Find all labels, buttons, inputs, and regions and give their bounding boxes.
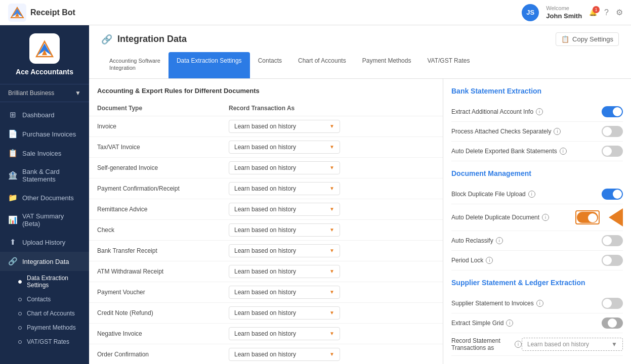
info-icon[interactable]: i — [536, 300, 543, 307]
record-dropdown[interactable]: Learn based on history ▼ — [229, 306, 340, 320]
record-dropdown[interactable]: Learn based on history ▼ — [229, 265, 340, 278]
dropdown-arrow-icon: ▼ — [611, 341, 617, 348]
info-icon[interactable]: i — [528, 191, 535, 198]
toggle[interactable] — [602, 255, 623, 266]
record-cell[interactable]: Learn based on history ▼ — [229, 120, 435, 133]
sidebar-item-purchase-invoices[interactable]: 📄 Purchase Invoices — [0, 124, 89, 144]
dropdown-value: Learn based on history — [234, 247, 296, 254]
tabs-row: Accounting SoftwareIntegration Data Extr… — [101, 52, 619, 78]
statement-transactions-dropdown[interactable]: Learn based on history ▼ — [522, 338, 623, 351]
bank-card-icon: 🏦 — [8, 171, 17, 180]
record-cell[interactable]: Learn based on history ▼ — [229, 265, 435, 278]
tab-chart-of-accounts[interactable]: Chart of Accounts — [290, 52, 354, 78]
sidebar-item-sale-invoices[interactable]: 📋 Sale Invoices — [0, 144, 89, 163]
record-dropdown[interactable]: Learn based on history ▼ — [229, 120, 340, 133]
sidebar-sub-vat-gst-rates[interactable]: VAT/GST Rates — [0, 335, 89, 349]
notification-bell[interactable]: 🔔 1 — [589, 9, 597, 16]
toggle[interactable] — [577, 212, 598, 223]
table-row: Payment Voucher Learn based on history ▼ — [89, 282, 443, 303]
help-icon[interactable]: ? — [604, 8, 609, 17]
record-cell[interactable]: Learn based on history ▼ — [229, 244, 435, 257]
record-dropdown[interactable]: Learn based on history ▼ — [229, 203, 340, 216]
toggle-track[interactable] — [602, 298, 623, 309]
info-icon[interactable]: i — [554, 128, 561, 135]
sidebar-item-vat-summary[interactable]: 📊 VAT Summary (Beta) — [0, 207, 89, 233]
sidebar-item-other-documents[interactable]: 📁 Other Documents — [0, 188, 89, 207]
toggle-track[interactable] — [602, 189, 623, 200]
toggle[interactable] — [602, 317, 623, 329]
tab-data-extraction[interactable]: Data Extraction Settings — [169, 52, 250, 78]
setting-label: Process Attached Checks Separately i — [451, 128, 602, 135]
record-cell[interactable]: Learn based on history ▼ — [229, 223, 435, 237]
record-cell[interactable]: Learn based on history ▼ — [229, 161, 435, 174]
toggle-track[interactable] — [602, 255, 623, 266]
table-row: Self-generated Invoice Learn based on hi… — [89, 158, 443, 178]
toggle-track[interactable] — [602, 146, 623, 157]
toggle[interactable] — [602, 146, 623, 157]
toggle-track[interactable] — [602, 106, 623, 117]
col-doc-type-header: Document Type — [97, 105, 229, 112]
copy-settings-button[interactable]: 📋 Copy Settings — [556, 32, 619, 46]
toggle-track[interactable] — [602, 317, 623, 329]
sidebar-item-label: Dashboard — [22, 111, 55, 119]
client-selector[interactable]: Brilliant Business ▼ — [0, 84, 89, 102]
record-dropdown[interactable]: Learn based on history ▼ — [229, 182, 340, 195]
info-icon[interactable]: i — [515, 341, 522, 348]
info-icon[interactable]: i — [506, 320, 513, 327]
sidebar-sub-payment-methods[interactable]: Payment Methods — [0, 321, 89, 335]
dropdown-value: Learn based on history — [234, 144, 296, 151]
brand-logo — [8, 4, 26, 22]
record-dropdown[interactable]: Learn based on history ▼ — [229, 327, 340, 340]
setting-label: Auto Delete Duplicate Document i — [451, 214, 575, 221]
toggle[interactable] — [602, 298, 623, 309]
settings-icon[interactable]: ⚙ — [616, 8, 623, 17]
sidebar-item-dashboard[interactable]: ⊞ Dashboard — [0, 105, 89, 124]
record-cell[interactable]: Learn based on history ▼ — [229, 348, 435, 361]
info-icon[interactable]: i — [486, 257, 493, 264]
table-row: Tax/VAT Invoice Learn based on history ▼ — [89, 137, 443, 158]
info-icon[interactable]: i — [536, 108, 543, 115]
toggle[interactable] — [602, 126, 623, 137]
tab-vat-gst-rates[interactable]: VAT/GST Rates — [419, 52, 478, 78]
sidebar-item-bank-card[interactable]: 🏦 Bank & Card Statements — [0, 163, 89, 188]
toggle-track[interactable] — [602, 235, 623, 246]
toggle[interactable] — [602, 235, 623, 246]
sidebar-sub-label: Chart of Accounts — [27, 310, 75, 317]
info-icon[interactable]: i — [496, 237, 503, 244]
sidebar-sub-contacts[interactable]: Contacts — [0, 292, 89, 306]
sidebar-nav: ⊞ Dashboard 📄 Purchase Invoices 📋 Sale I… — [0, 102, 89, 364]
sidebar-item-integration-data[interactable]: 🔗 Integration Data — [0, 252, 89, 271]
record-dropdown[interactable]: Learn based on history ▼ — [229, 286, 340, 299]
setting-text: Extract Simple Grid — [451, 320, 503, 327]
page-title-icon: 🔗 — [101, 34, 112, 45]
toggle[interactable] — [602, 189, 623, 200]
setting-text: Auto Reclassify — [451, 237, 493, 244]
toggle-track[interactable] — [602, 126, 623, 137]
record-dropdown[interactable]: Learn based on history ▼ — [229, 348, 340, 361]
sidebar-item-upload-history[interactable]: ⬆ Upload History — [0, 233, 89, 252]
table-row: Invoice Learn based on history ▼ — [89, 116, 443, 137]
tab-payment-methods[interactable]: Payment Methods — [354, 52, 419, 78]
record-cell[interactable]: Learn based on history ▼ — [229, 286, 435, 299]
sidebar-sub-chart-of-accounts[interactable]: Chart of Accounts — [0, 306, 89, 321]
sub-dot-icon — [18, 312, 22, 315]
tab-contacts[interactable]: Contacts — [250, 52, 290, 78]
toggle[interactable] — [602, 106, 623, 117]
dropdown-value: Learn based on history — [234, 185, 296, 192]
toggle-track[interactable] — [577, 212, 598, 223]
record-dropdown[interactable]: Learn based on history ▼ — [229, 223, 340, 237]
record-cell[interactable]: Learn based on history ▼ — [229, 141, 435, 154]
record-dropdown[interactable]: Learn based on history ▼ — [229, 244, 340, 257]
table-header: Document Type Record Transaction As — [89, 101, 443, 116]
info-icon[interactable]: i — [560, 148, 567, 155]
record-cell[interactable]: Learn based on history ▼ — [229, 182, 435, 195]
tab-accounting-software[interactable]: Accounting SoftwareIntegration — [101, 52, 169, 78]
record-cell[interactable]: Learn based on history ▼ — [229, 306, 435, 320]
record-dropdown[interactable]: Learn based on history ▼ — [229, 141, 340, 154]
user-name: John Smith — [546, 12, 582, 20]
sidebar-sub-data-extraction[interactable]: Data Extraction Settings — [0, 271, 89, 292]
record-dropdown[interactable]: Learn based on history ▼ — [229, 161, 340, 174]
record-cell[interactable]: Learn based on history ▼ — [229, 327, 435, 340]
info-icon[interactable]: i — [542, 214, 549, 221]
record-cell[interactable]: Learn based on history ▼ — [229, 203, 435, 216]
